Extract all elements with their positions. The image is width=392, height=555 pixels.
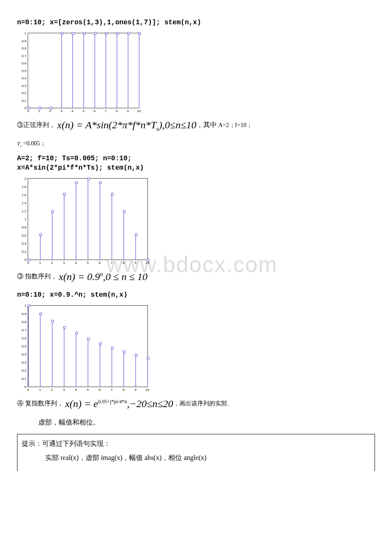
x-tick-label: 9 [135,261,136,265]
stem [76,182,76,260]
stem [106,33,106,108]
stem-chart-1: 00.10.20.30.40.50.60.70.80.9101234567891… [28,33,139,108]
x-tick-label: 3 [63,388,65,392]
stem [72,33,73,108]
x-tick-label: 7 [111,261,112,265]
complex-line2: 虚部，幅值和相位。 [17,416,375,429]
stem [124,211,124,259]
y-tick-label: 0 [20,106,26,110]
stem [84,33,84,108]
x-tick-label: 5 [87,261,89,265]
y-tick-label: 0.4 [20,241,26,245]
y-tick-label: 0.8 [20,46,26,50]
y-tick-label: 0 [20,384,26,388]
hint-box: 提示：可通过下列语句实现： 实部 real(x)，虚部 imag(x)，幅值 a… [17,434,375,471]
paragraph-exp: ③ 指数序列， x(n) = 0.9n,0 ≤ n ≤ 10 [17,268,375,286]
y-tick-label: 0.2 [20,249,26,253]
text-after-formula: ，其中 [196,121,217,128]
y-tick-label: 0.9 [20,39,26,43]
ts-value: =0.005； [23,140,46,147]
formula-complex: x(n) = e0.05+j*pi/4*n,−20≤n≤20 [65,395,173,413]
y-tick-label: 0.5 [20,344,26,348]
paragraph-sine: ③正弦序列， x(n) = A*sin(2*π*f*n*Ts),0≤n≤10 ，… [17,116,375,135]
stem-chart-3: 00.10.20.30.40.50.60.70.80.9101234567891… [28,305,148,387]
x-tick-label: 9 [135,388,136,392]
y-tick-label: 1 [20,32,26,35]
y-tick-label: 0.6 [20,61,26,65]
formula-complex-sup: 0.05+j*pi/4*n [98,399,127,405]
stem [95,33,95,108]
stem [64,327,64,387]
stem [112,348,112,387]
y-tick-label: 1 [20,304,26,307]
x-tick-label: 1 [39,261,41,265]
y-tick-label: 2 [20,176,26,180]
x-tick-label: 8 [116,109,118,113]
formula-exp-sup: n [100,271,103,278]
y-tick-label: 0.8 [20,225,26,229]
y-tick-label: 1.8 [20,185,26,188]
y-tick-label: 0.3 [20,360,26,364]
stem [61,33,62,108]
num-4-label: ④ 复指数序列， [17,398,63,409]
y-tick-label: 0.4 [20,76,26,80]
stem [40,314,40,387]
y-tick-label: 0.7 [20,54,26,58]
ts-label: Ts [17,140,21,147]
code-line-3: n=0:10; x=0.9.^n; stem(n,x) [17,291,375,299]
ts-line: Ts =0.005； [17,137,375,150]
x-tick-label: 4 [72,109,73,113]
num-3b-label: ③ 指数序列， [17,271,57,282]
x-tick-label: 10 [146,261,150,265]
num-3-label: ③正弦序列， [17,119,55,131]
y-tick-label: 0.4 [20,352,26,356]
stem [76,333,76,386]
x-tick-label: 6 [94,109,95,113]
formula-complex-part2: ,−20≤n≤20 [127,398,173,409]
y-tick-label: 0.8 [20,320,26,324]
stem [124,352,124,387]
x-tick-label: 2 [49,109,51,113]
formula-sine: x(n) = A*sin(2*π*f*n*Ts),0≤n≤10 [57,116,196,135]
x-tick-label: 6 [99,261,101,265]
formula-sine-part1: x(n) = A*sin(2*π*f*n*T [57,119,156,130]
stem [64,194,64,260]
stem [117,33,117,108]
x-tick-label: 7 [105,109,107,113]
x-tick-label: 4 [75,261,77,265]
stem [88,179,88,260]
y-tick-label: 1.4 [20,201,26,205]
y-tick-label: 1.2 [20,209,26,213]
x-tick-label: 3 [61,109,62,113]
x-tick-label: 10 [137,109,141,113]
stem [139,33,139,108]
x-tick-label: 1 [38,109,40,113]
x-tick-label: 8 [123,388,124,392]
y-tick-label: 0.6 [20,336,26,340]
stem [147,358,148,387]
formula-exp: x(n) = 0.9n,0 ≤ n ≤ 10 [59,268,147,286]
y-tick-label: 0.9 [20,312,26,315]
x-tick-label: 0 [27,261,29,265]
x-tick-label: 8 [123,261,124,265]
y-tick-label: 0.5 [20,69,26,72]
y-tick-label: 0.1 [20,376,26,380]
x-tick-label: 6 [99,388,101,392]
x-tick-label: 0 [27,388,29,392]
code-line-2a: A=2; f=10; Ts=0.005; n=0:10; [17,155,375,162]
stem [28,306,29,387]
x-tick-label: 0 [27,109,29,113]
stem [52,321,52,387]
formula-complex-part1: x(n) = e [65,398,98,409]
stem [128,33,128,108]
y-tick-label: 1 [20,217,26,221]
stem [88,339,88,387]
hint-line-2: 实部 real(x)，虚部 imag(x)，幅值 abs(x)，相位 angle… [22,454,370,462]
y-tick-label: 0 [20,257,26,261]
y-tick-label: 0.7 [20,328,26,332]
x-tick-label: 5 [87,388,89,392]
code-line-1: n=0:10; x=[zeros(1,3),1,ones(1,7)]; stem… [17,19,375,26]
stem [100,344,100,387]
stem [100,182,100,260]
x-tick-label: 2 [51,388,53,392]
